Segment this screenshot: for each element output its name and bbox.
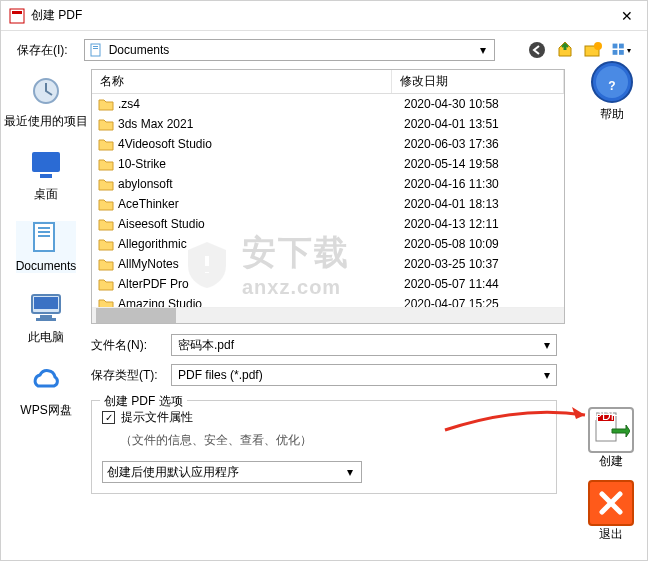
file-row[interactable]: 3ds Max 20212020-04-01 13:51 (92, 114, 564, 134)
chevron-down-icon: ▾ (544, 338, 550, 352)
svg-rect-1 (12, 11, 22, 14)
location-text: Documents (109, 43, 470, 57)
options-hint: （文件的信息、安全、查看、优化） (120, 432, 546, 449)
folder-icon (98, 117, 114, 131)
file-name: Aiseesoft Studio (118, 217, 404, 231)
folder-icon (98, 237, 114, 251)
options-legend: 创建 PDF 选项 (100, 393, 187, 410)
file-row[interactable]: 4Videosoft Studio2020-06-03 17:36 (92, 134, 564, 154)
file-row[interactable]: Amazing Studio2020-04-07 15:25 (92, 294, 564, 307)
file-name: 4Videosoft Studio (118, 137, 404, 151)
back-icon[interactable] (527, 40, 547, 60)
file-name: 3ds Max 2021 (118, 117, 404, 131)
exit-label: 退出 (599, 526, 623, 543)
sidebar-item-wps[interactable]: WPS网盘 (20, 364, 71, 419)
sidebar-item-label: WPS网盘 (20, 402, 71, 419)
file-list-header: 名称 修改日期 (92, 70, 564, 94)
filetype-label: 保存类型(T): (91, 367, 161, 384)
folder-icon (98, 137, 114, 151)
after-create-combo[interactable]: 创建后使用默认应用程序 ▾ (102, 461, 362, 483)
pdf-options-group: 创建 PDF 选项 ✓ 提示文件属性 （文件的信息、安全、查看、优化） 创建后使… (91, 400, 557, 494)
file-name: AlterPDF Pro (118, 277, 404, 291)
file-row[interactable]: Allegorithmic2020-05-08 10:09 (92, 234, 564, 254)
folder-icon (98, 197, 114, 211)
svg-rect-10 (613, 50, 618, 55)
svg-text:?: ? (608, 79, 615, 93)
filetype-combo[interactable]: PDF files (*.pdf) ▾ (171, 364, 557, 386)
window-title: 创建 PDF (31, 7, 615, 24)
file-row[interactable]: .zs42020-04-30 10:58 (92, 94, 564, 114)
new-folder-icon[interactable] (583, 40, 603, 60)
folder-icon (98, 177, 114, 191)
svg-rect-14 (40, 174, 52, 178)
horizontal-scrollbar[interactable] (92, 307, 564, 323)
help-label: 帮助 (600, 106, 624, 123)
svg-rect-4 (93, 48, 98, 49)
file-row[interactable]: abylonsoft2020-04-16 11:30 (92, 174, 564, 194)
file-name: 10-Strike (118, 157, 404, 171)
svg-rect-16 (38, 227, 50, 229)
svg-rect-17 (38, 231, 50, 233)
titlebar: 创建 PDF ✕ (1, 1, 647, 31)
sidebar-item-label: 此电脑 (28, 329, 64, 346)
file-date: 2020-03-25 10:37 (404, 257, 564, 271)
sidebar-item-recent[interactable]: 最近使用的项目 (4, 75, 88, 130)
exit-button[interactable]: 退出 (588, 480, 634, 543)
sidebar-item-label: 桌面 (34, 186, 58, 203)
folder-icon (98, 217, 114, 231)
folder-icon (98, 157, 114, 171)
svg-text:PDF: PDF (594, 411, 618, 423)
file-row[interactable]: AceThinker2020-04-01 18:13 (92, 194, 564, 214)
save-in-label: 保存在(I): (17, 42, 68, 59)
sidebar-item-label: 最近使用的项目 (4, 113, 88, 130)
folder-icon (98, 257, 114, 271)
file-date: 2020-05-08 10:09 (404, 237, 564, 251)
file-date: 2020-04-13 12:11 (404, 217, 564, 231)
chevron-down-icon: ▾ (343, 465, 357, 479)
sidebar-item-desktop[interactable]: 桌面 (28, 148, 64, 203)
svg-rect-13 (32, 152, 60, 172)
chevron-down-icon: ▾ (544, 368, 550, 382)
svg-rect-21 (40, 315, 52, 318)
file-row[interactable]: Aiseesoft Studio2020-04-13 12:11 (92, 214, 564, 234)
documents-icon (89, 43, 103, 57)
location-combo[interactable]: Documents ▾ (84, 39, 495, 61)
svg-rect-18 (38, 235, 50, 237)
column-header-name[interactable]: 名称 (92, 70, 392, 93)
svg-rect-8 (613, 44, 618, 49)
svg-rect-11 (619, 50, 624, 55)
file-name: abylonsoft (118, 177, 404, 191)
file-row[interactable]: 10-Strike2020-05-14 19:58 (92, 154, 564, 174)
folder-icon (98, 97, 114, 111)
file-name: Allegorithmic (118, 237, 404, 251)
file-date: 2020-06-03 17:36 (404, 137, 564, 151)
file-row[interactable]: AllMyNotes2020-03-25 10:37 (92, 254, 564, 274)
create-label: 创建 (599, 453, 623, 470)
checkbox-label: 提示文件属性 (121, 409, 193, 426)
chevron-down-icon: ▾ (476, 43, 490, 57)
column-header-date[interactable]: 修改日期 (392, 70, 564, 93)
help-button[interactable]: ? 帮助 (590, 60, 634, 123)
checkbox-icon: ✓ (102, 411, 115, 424)
prompt-properties-checkbox[interactable]: ✓ 提示文件属性 (102, 409, 546, 426)
sidebar-item-thispc[interactable]: 此电脑 (28, 291, 64, 346)
file-list-body[interactable]: .zs42020-04-30 10:583ds Max 20212020-04-… (92, 94, 564, 307)
filename-input[interactable]: 密码本.pdf ▾ (171, 334, 557, 356)
file-date: 2020-04-16 11:30 (404, 177, 564, 191)
file-name: Amazing Studio (118, 297, 404, 307)
svg-rect-2 (91, 44, 100, 56)
svg-rect-22 (36, 318, 56, 321)
file-date: 2020-05-07 11:44 (404, 277, 564, 291)
create-button[interactable]: PDF 创建 (588, 407, 634, 470)
folder-icon (98, 297, 114, 307)
file-row[interactable]: AlterPDF Pro2020-05-07 11:44 (92, 274, 564, 294)
up-icon[interactable] (555, 40, 575, 60)
sidebar-item-documents[interactable]: Documents (16, 221, 77, 273)
svg-point-7 (594, 42, 602, 50)
close-icon[interactable]: ✕ (615, 8, 639, 24)
file-date: 2020-04-01 18:13 (404, 197, 564, 211)
view-mode-icon[interactable]: ▾ (611, 40, 631, 60)
svg-rect-9 (619, 44, 624, 49)
places-sidebar: 最近使用的项目 桌面 Documents 此电脑 WPS网盘 (1, 69, 91, 560)
file-date: 2020-04-30 10:58 (404, 97, 564, 111)
